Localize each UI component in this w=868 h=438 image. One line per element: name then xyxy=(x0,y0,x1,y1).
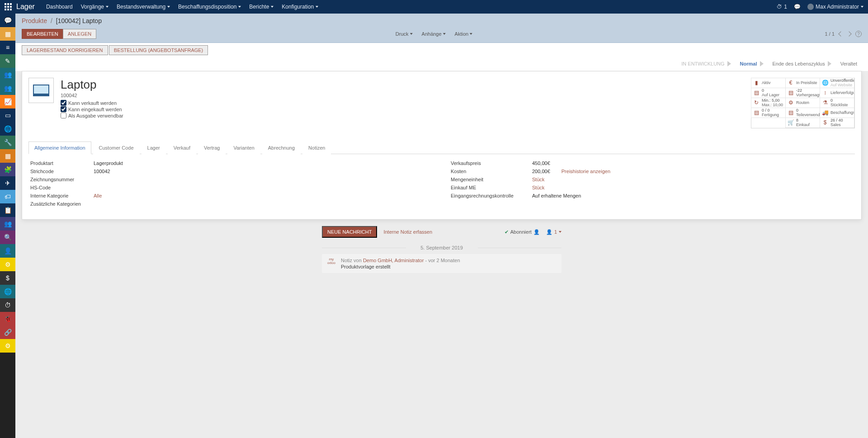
tab-accounting[interactable]: Abrechnung xyxy=(262,141,301,154)
tab-inventory[interactable]: Lager xyxy=(142,141,166,154)
stage-normal[interactable]: Normal xyxy=(736,59,768,68)
rail-item-12[interactable]: ✈ xyxy=(0,176,15,190)
menu-berichte[interactable]: Berichte xyxy=(249,4,274,10)
stage-dev[interactable]: IN ENTWICKLUNG xyxy=(677,59,735,68)
sale-ok-check[interactable]: Kann verkauft werden xyxy=(61,100,123,106)
rail-item-7[interactable]: ▭ xyxy=(0,108,15,122)
rail-item-9[interactable]: 🔧 xyxy=(0,136,15,149)
caret-icon xyxy=(559,231,561,233)
pager-text: 1 / 1 xyxy=(825,31,835,37)
stat-purchases[interactable]: 🛒8Einkauf xyxy=(785,118,820,128)
purchase-ok-check[interactable]: Kann eingekauft werden xyxy=(61,106,123,112)
rail-item-20[interactable]: 🌐 xyxy=(0,285,15,287)
caret-icon xyxy=(271,6,274,8)
val-uom[interactable]: Stück xyxy=(532,177,545,182)
stat-routes[interactable]: ⚙Routen xyxy=(785,98,820,108)
create-rfq-button[interactable]: BESTELLUNG (ANGEBOTSANFRAGE) xyxy=(109,45,208,55)
stat-pricelist[interactable]: €In Preisliste xyxy=(785,78,820,88)
message-avatar: myodoo xyxy=(326,258,336,269)
stat-active[interactable]: ▮Aktiv xyxy=(751,78,786,88)
stat-sales[interactable]: $26 / 40Sales xyxy=(820,118,854,128)
rail-item-5[interactable]: 👥 xyxy=(0,81,15,95)
rail-item-6[interactable]: 📈 xyxy=(0,95,15,108)
stage-eol[interactable]: Ende des Lebenszyklus xyxy=(768,59,836,68)
tab-general[interactable]: Allgemeine Information xyxy=(28,141,91,154)
caret-icon xyxy=(470,33,472,35)
product-image[interactable] xyxy=(28,78,54,103)
expense-ok-check[interactable]: Als Ausgabe verwendbar xyxy=(61,113,123,118)
caret-icon xyxy=(238,6,241,8)
stat-manufacturing[interactable]: ▤0 / 0Fertigung xyxy=(751,108,786,118)
stat-website[interactable]: 🌐Unveröffentlic...Auf Website xyxy=(820,78,854,88)
tab-notes[interactable]: Notizen xyxy=(302,141,331,154)
message-author[interactable]: Demo GmbH, Administrator xyxy=(363,258,424,263)
lbl-extra-cat: Zusätzliche Kategorien xyxy=(30,201,85,207)
create-button[interactable]: ANLEGEN xyxy=(63,29,97,39)
stage-obsolete[interactable]: Veraltet xyxy=(836,59,862,68)
rail-item-16[interactable]: 🔍 xyxy=(0,231,15,244)
lbl-category: Interne Kategorie xyxy=(30,193,85,198)
menu-dashboard[interactable]: Dashboard xyxy=(46,4,73,10)
rail-item-0[interactable]: 💬 xyxy=(0,14,15,27)
rail-item-8[interactable]: 🌐 xyxy=(0,122,15,136)
followers-button[interactable]: 👤 1 xyxy=(546,229,561,235)
stat-bom[interactable]: ⚗0Stückliste xyxy=(820,98,854,108)
laptop-icon xyxy=(33,85,49,96)
rail-item-10[interactable]: ▦ xyxy=(0,149,15,163)
rail-item-13[interactable]: 🏷 xyxy=(0,190,15,203)
rail-item-11[interactable]: 🧩 xyxy=(0,163,15,176)
update-qty-button[interactable]: LAGERBESTAND KORRIGIEREN xyxy=(22,45,108,55)
breadcrumb: Produkte / [100042] Laptop xyxy=(15,14,868,26)
menu-vorgaenge[interactable]: Vorgänge xyxy=(81,4,108,10)
val-po-uom[interactable]: Stück xyxy=(532,185,545,190)
rail-item-2[interactable]: ≡ xyxy=(0,41,15,54)
breadcrumb-root[interactable]: Produkte xyxy=(22,17,47,24)
rail-item-4[interactable]: 👥 xyxy=(0,68,15,81)
user-menu[interactable]: Max Administrator xyxy=(807,4,863,10)
tab-contract[interactable]: Vertrag xyxy=(198,141,226,154)
stat-traceability[interactable]: ↕Lieferverfolgu... xyxy=(820,88,854,98)
attachments-menu[interactable]: Anhänge xyxy=(422,31,446,37)
lbl-drawing: Zeichnungsnummer xyxy=(30,177,85,182)
action-menu[interactable]: Aktion xyxy=(455,31,473,37)
edit-button[interactable]: BEARBEITEN xyxy=(22,29,63,39)
app-name[interactable]: Lager xyxy=(16,3,35,11)
notifications[interactable]: ⏱ 1 xyxy=(777,4,787,10)
new-message-button[interactable]: NEUE NACHRICHT xyxy=(322,226,377,238)
tab-customer-code[interactable]: Customer Code xyxy=(93,141,140,154)
val-list-price: 450,00€ xyxy=(532,160,853,166)
rail-item-3[interactable]: ✎ xyxy=(0,54,15,68)
help-icon[interactable]: ? xyxy=(855,31,862,37)
caret-icon xyxy=(167,6,170,8)
rail-item-15[interactable]: 👥 xyxy=(0,217,15,231)
rail-item-19[interactable]: $ xyxy=(0,271,15,285)
tab-sales[interactable]: Verkauf xyxy=(168,141,196,154)
print-menu[interactable]: Druck xyxy=(396,31,413,37)
stat-used-in[interactable]: ▤0Teileverwend... xyxy=(785,108,820,118)
stat-procurement[interactable]: 🚚Beschaffungs... xyxy=(820,108,854,118)
discuss-icon[interactable]: 💬 xyxy=(794,4,801,10)
rail-item-1[interactable]: ▦ xyxy=(0,27,15,41)
lbl-uom: Mengeneinheit xyxy=(451,177,523,182)
pager-next[interactable] xyxy=(846,31,851,36)
follow-button[interactable]: ✔Abonniert 👤 xyxy=(505,229,540,235)
lbl-po-uom: Einkauf ME xyxy=(451,185,523,190)
lbl-bill-control: Eingangsrechnungskontrolle xyxy=(451,193,523,198)
stat-reorder[interactable]: ↻Min.: 5,00Max.: 10,00 xyxy=(751,98,786,108)
val-product-type: Lagerprodukt xyxy=(94,160,433,166)
stat-onhand[interactable]: ▤0Auf Lager xyxy=(751,88,786,98)
rail-item-14[interactable]: 📋 xyxy=(0,203,15,217)
log-note-button[interactable]: Interne Notiz erfassen xyxy=(383,229,432,235)
pager-prev[interactable] xyxy=(838,31,843,36)
menu-konfiguration[interactable]: Konfiguration xyxy=(282,4,318,10)
rail-item-17[interactable]: 👤 xyxy=(0,244,15,258)
tab-variants[interactable]: Varianten xyxy=(227,141,260,154)
stat-forecast[interactable]: ▤-22Vorhergesagt xyxy=(785,88,820,98)
rail-item-18[interactable]: ⚙ xyxy=(0,258,15,271)
menu-beschaffung[interactable]: Beschaffungsdisposition xyxy=(178,4,241,10)
menu-bestand[interactable]: Bestandsverwaltung xyxy=(117,4,170,10)
action-buttons: LAGERBESTAND KORRIGIEREN BESTELLUNG (ANG… xyxy=(15,43,868,57)
price-history-link[interactable]: Preishistorie anzeigen xyxy=(561,169,610,174)
val-barcode: 100042 xyxy=(94,169,433,174)
apps-icon[interactable] xyxy=(5,3,12,10)
